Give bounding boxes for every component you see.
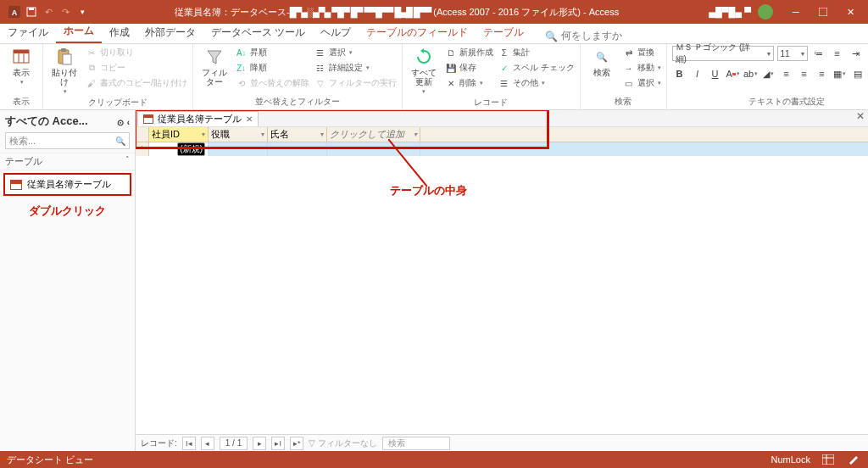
user-area[interactable]: ▄█▀█▄ ▀ [700, 4, 782, 20]
align-right-button[interactable]: ≡ [815, 66, 830, 81]
cell[interactable] [327, 142, 420, 156]
underline-button[interactable]: U [708, 66, 723, 81]
more-records-button[interactable]: ☰その他▾ [498, 76, 575, 90]
tab-create[interactable]: 作成 [102, 22, 137, 43]
save-icon[interactable] [25, 6, 37, 18]
new-record-button[interactable]: 🗋新規作成 [445, 46, 493, 59]
cut-button[interactable]: ✂切り取り [86, 46, 187, 59]
close-icon[interactable]: ✕ [844, 6, 856, 18]
chevron-down-icon[interactable]: ▾ [202, 131, 205, 138]
cell-new-marker[interactable]: (新規) [149, 142, 209, 156]
chevron-down-icon[interactable]: ▾ [414, 131, 417, 138]
toggle-filter-button[interactable]: ▽フィルターの実行 [314, 76, 397, 90]
bullets-button[interactable]: ≔ [811, 46, 826, 61]
delete-record-button[interactable]: ✕削除▾ [445, 76, 493, 90]
record-search-input[interactable]: 検索 [382, 437, 450, 450]
cell[interactable] [209, 142, 268, 156]
goto-button[interactable]: →移動▾ [623, 61, 661, 75]
next-record-button[interactable]: ▸ [253, 437, 266, 450]
spellcheck-button[interactable]: ✓スペル チェック [498, 61, 575, 75]
nav-collapse-icon[interactable]: ‹ [127, 118, 130, 127]
column-header[interactable]: 社員ID▾ [149, 127, 209, 142]
prev-record-button[interactable]: ◂ [201, 437, 214, 450]
advanced-filter-button[interactable]: ☷詳細設定▾ [314, 61, 397, 75]
datasheet-view-switch[interactable] [821, 453, 836, 466]
align-left-button[interactable]: ≡ [779, 66, 794, 81]
copy-button[interactable]: ⧉コピー [86, 61, 187, 75]
column-header[interactable]: 氏名▾ [268, 127, 327, 142]
italic-button[interactable]: I [690, 66, 705, 81]
datasheet-new-row[interactable]: * (新規) [136, 142, 868, 156]
row-selector[interactable]: * [136, 142, 149, 156]
sort-desc-button[interactable]: Z↓降順 [236, 61, 309, 75]
design-view-switch[interactable] [846, 453, 861, 466]
last-record-button[interactable]: ▸I [271, 437, 285, 450]
group-sort-filter: フィルター A↓昇順 Z↓降順 ⟲並べ替えの解除 ☰選択▾ ☷詳細設定▾ ▽フィ… [193, 44, 403, 109]
first-record-button[interactable]: I◂ [182, 437, 196, 450]
qat-customize-icon[interactable]: ▾ [76, 6, 88, 18]
record-position[interactable]: 1 / 1 [220, 437, 248, 450]
tab-database-tools[interactable]: データベース ツール [203, 22, 313, 43]
cell[interactable] [268, 142, 327, 156]
clear-sort-button[interactable]: ⟲並べ替えの解除 [236, 76, 309, 90]
close-tab-icon[interactable]: ✕ [246, 114, 253, 124]
paste-button[interactable]: 貼り付け ▾ [48, 46, 81, 95]
column-header[interactable]: 役職▾ [209, 127, 268, 142]
font-family-combo[interactable]: ＭＳ Ｐゴシック (詳細) [672, 46, 774, 61]
selection-icon: ☰ [314, 47, 326, 58]
ribbon: 表示 ▾ 表示 貼り付け ▾ ✂切り取り ⧉コピー 🖌書式のコピー/貼り付け ク… [0, 44, 868, 110]
font-size-combo[interactable]: 11 [777, 46, 808, 61]
select-button[interactable]: ▭選択▾ [623, 76, 661, 90]
tell-me-search[interactable]: 🔍 何をしますか [545, 29, 622, 43]
search-icon: 🔍 [545, 31, 558, 42]
redo-icon[interactable]: ↷ [59, 6, 71, 18]
tab-table-fields[interactable]: テーブルのフィールド [359, 22, 476, 43]
save-record-button[interactable]: 💾保存 [445, 61, 493, 75]
format-painter-button[interactable]: 🖌書式のコピー/貼り付け [86, 76, 187, 90]
svg-rect-3 [29, 8, 34, 10]
nav-item-employee-table[interactable]: 従業員名簿テーブル [3, 173, 131, 196]
tab-home[interactable]: ホーム [56, 20, 102, 43]
document-tab[interactable]: 従業員名簿テーブル ✕ [137, 111, 259, 126]
nav-search-input[interactable]: 検索... 🔍 [5, 132, 130, 149]
bold-button[interactable]: B [672, 66, 687, 81]
select-all-cell[interactable] [136, 127, 149, 142]
fill-color-button[interactable]: ◢▾ [761, 66, 776, 81]
tab-table[interactable]: テーブル [476, 22, 531, 43]
maximize-icon[interactable] [817, 6, 829, 18]
align-center-button[interactable]: ≡ [797, 66, 812, 81]
highlight-button[interactable]: ab▾ [743, 66, 759, 81]
filter-button[interactable]: フィルター [198, 46, 231, 86]
replace-button[interactable]: ⇄置換 [623, 46, 661, 59]
close-document-icon[interactable]: ✕ [856, 110, 865, 122]
chevron-down-icon[interactable]: ▾ [261, 131, 264, 138]
user-avatar-icon[interactable] [758, 4, 773, 20]
new-record-nav-button[interactable]: ▸* [290, 437, 303, 450]
alt-row-color-button[interactable]: ▤ [850, 66, 865, 81]
sort-asc-button[interactable]: A↓昇順 [236, 46, 309, 59]
tab-file[interactable]: ファイル [0, 22, 56, 43]
view-button[interactable]: 表示 ▾ [5, 46, 37, 86]
refresh-all-button[interactable]: すべて 更新 ▾ [408, 46, 440, 95]
find-button[interactable]: 🔍 検索 [586, 46, 618, 77]
font-color-button[interactable]: A▾ [726, 66, 741, 81]
gridlines-button[interactable]: ▦▾ [832, 66, 848, 81]
nav-pane-header[interactable]: すべての Acce... ⊙ ‹ [0, 110, 135, 132]
indent-inc-button[interactable]: ⇥ [849, 46, 864, 61]
chevron-down-icon[interactable]: ▾ [320, 131, 324, 138]
selection-filter-button[interactable]: ☰選択▾ [314, 46, 397, 59]
svg-rect-4 [819, 8, 827, 16]
new-icon: 🗋 [445, 47, 457, 58]
numbering-button[interactable]: ≡ [830, 46, 845, 61]
sort-desc-icon: Z↓ [236, 62, 248, 74]
nav-dropdown-icon[interactable]: ⊙ [117, 118, 124, 127]
totals-button[interactable]: Σ集計 [498, 46, 575, 59]
goto-icon: → [623, 62, 635, 74]
undo-icon[interactable]: ↶ [42, 6, 54, 18]
add-column-header[interactable]: クリックして追加▾ [327, 127, 420, 142]
tab-external-data[interactable]: 外部データ [137, 22, 203, 43]
nav-section-tables[interactable]: テーブル ˄ [0, 153, 135, 170]
tab-help[interactable]: ヘルプ [313, 22, 359, 43]
minimize-icon[interactable]: ─ [790, 6, 802, 18]
main-area: すべての Acce... ⊙ ‹ 検索... 🔍 テーブル ˄ 従業員名簿テーブ… [0, 110, 868, 451]
